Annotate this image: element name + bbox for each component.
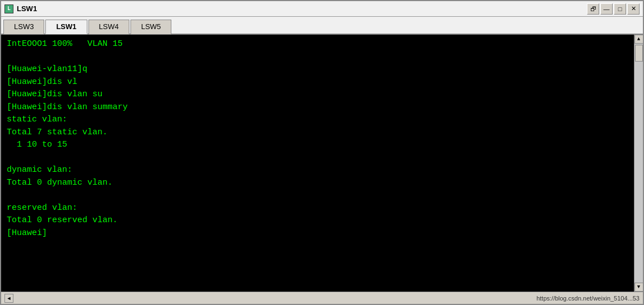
maximize-button[interactable]: □ xyxy=(614,3,626,15)
scroll-thumb[interactable] xyxy=(635,45,643,62)
scroll-left-button[interactable]: ◄ xyxy=(4,294,13,303)
status-bar: ◄ https://blog.csdn.net/weixin_5104...53 xyxy=(1,292,643,304)
scroll-up-button[interactable]: ▲ xyxy=(634,35,643,44)
tab-LSW1[interactable]: LSW1 xyxy=(45,20,87,34)
window-icon-label: L xyxy=(7,6,11,12)
close-button[interactable]: ✕ xyxy=(627,3,640,15)
title-bar: L LSW1 🗗 — □ ✕ xyxy=(1,1,643,17)
tab-LSW5[interactable]: LSW5 xyxy=(130,20,171,34)
window-icon: L xyxy=(4,4,13,13)
title-bar-left: L LSW1 xyxy=(4,4,37,13)
window-title: LSW1 xyxy=(17,4,37,13)
terminal-area: IntEOOO1 100% VLAN 15 [Huawei-vlan11]q [… xyxy=(1,35,643,292)
tab-LSW3[interactable]: LSW3 xyxy=(3,20,44,34)
tab-bar: LSW3 LSW1 LSW4 LSW5 xyxy=(1,17,643,35)
scroll-down-button[interactable]: ▼ xyxy=(634,283,643,292)
terminal-output[interactable]: IntEOOO1 100% VLAN 15 [Huawei-vlan11]q [… xyxy=(1,35,634,292)
status-url: https://blog.csdn.net/weixin_5104...53 xyxy=(536,295,640,302)
restore-button[interactable]: 🗗 xyxy=(587,3,599,15)
minimize-button[interactable]: — xyxy=(600,3,613,15)
scroll-track[interactable] xyxy=(634,44,643,283)
scrollbar[interactable]: ▲ ▼ xyxy=(634,35,643,292)
main-window: L LSW1 🗗 — □ ✕ LSW3 LSW1 LSW4 LSW5 IntEO… xyxy=(0,0,644,305)
tab-LSW4[interactable]: LSW4 xyxy=(88,20,129,34)
status-left: ◄ xyxy=(4,294,13,303)
title-buttons: 🗗 — □ ✕ xyxy=(587,3,640,15)
